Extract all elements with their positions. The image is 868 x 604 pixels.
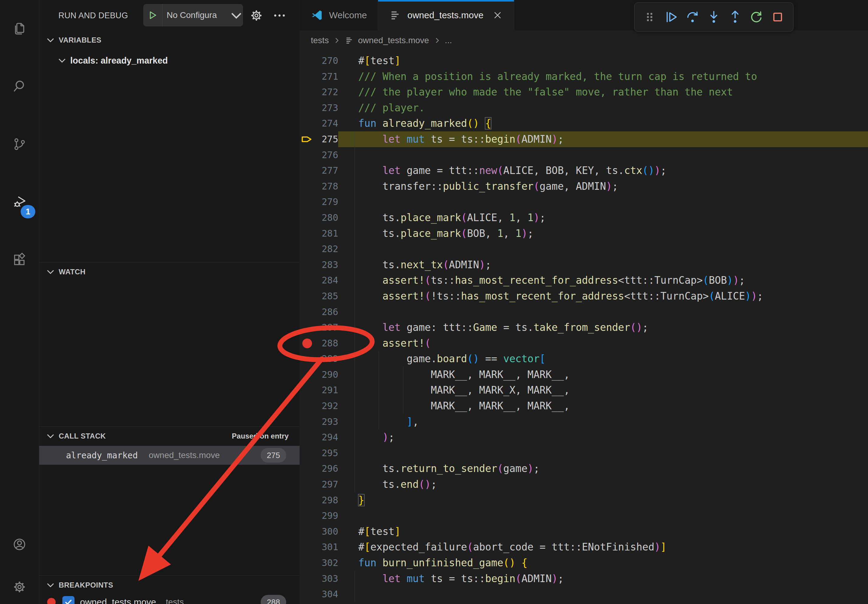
search-icon[interactable] — [12, 79, 27, 94]
breakpoint-gutter[interactable] — [300, 69, 314, 85]
code-line[interactable]: 272/// the player who made the "false" m… — [300, 84, 868, 100]
breakpoint-gutter[interactable] — [300, 163, 314, 178]
line-number[interactable]: 295 — [314, 445, 338, 461]
breakpoint-gutter[interactable] — [300, 429, 314, 445]
line-number[interactable]: 272 — [314, 84, 338, 100]
breakpoint-gutter[interactable] — [300, 586, 314, 602]
extensions-icon[interactable] — [12, 252, 27, 267]
breakpoint-gutter[interactable] — [300, 508, 314, 524]
explorer-icon[interactable] — [12, 21, 27, 36]
breakpoint-gutter[interactable] — [300, 398, 314, 414]
code-line[interactable]: 273/// player. — [300, 100, 868, 116]
line-number[interactable]: 293 — [314, 414, 338, 430]
breakpoint-gutter[interactable] — [300, 100, 314, 116]
breakpoint-gutter[interactable] — [300, 84, 314, 100]
locals-tree-item[interactable]: locals: already_marked — [39, 52, 299, 69]
code-line[interactable]: 283 ts.next_tx(ADMIN); — [300, 257, 868, 273]
code-line[interactable]: 294 ); — [300, 429, 868, 445]
code-line[interactable]: 274fun already_marked() { — [300, 116, 868, 132]
code-line[interactable]: 289 game.board() == vector[ — [300, 351, 868, 367]
line-number[interactable]: 270 — [314, 53, 338, 69]
code-line[interactable]: 290 MARK__, MARK__, MARK__, — [300, 367, 868, 383]
breakpoint-gutter[interactable] — [300, 53, 314, 69]
breakpoint-gutter[interactable] — [300, 132, 314, 147]
breakpoint-gutter[interactable] — [300, 477, 314, 492]
code-line[interactable]: 303 let mut ts = ts::begin(ADMIN); — [300, 571, 868, 587]
close-icon[interactable] — [492, 10, 503, 21]
code-line[interactable]: 293 ], — [300, 414, 868, 430]
breakpoint-gutter[interactable] — [300, 555, 314, 571]
breakpoint-gutter[interactable] — [300, 382, 314, 398]
code-line[interactable]: 300#[test] — [300, 524, 868, 539]
start-debugging-icon[interactable] — [143, 4, 163, 26]
account-icon[interactable] — [12, 537, 27, 552]
code-line[interactable]: 276 — [300, 147, 868, 163]
code-line[interactable]: 301#[expected_failure(abort_code = ttt::… — [300, 539, 868, 555]
line-number[interactable]: 281 — [314, 226, 338, 242]
code-line[interactable]: 284 assert!(ts::has_most_recent_for_addr… — [300, 273, 868, 288]
line-number[interactable]: 276 — [314, 147, 338, 163]
code-line[interactable]: 282 — [300, 241, 868, 257]
code-area[interactable]: 270#[test]271/// When a position is alre… — [300, 51, 868, 604]
code-line[interactable]: 281 ts.place_mark(BOB, 1, 1); — [300, 226, 868, 242]
breakpoint-gutter[interactable] — [300, 571, 314, 587]
line-number[interactable]: 302 — [314, 555, 338, 571]
code-line[interactable]: 287 let game: ttt::Game = ts.take_from_s… — [300, 320, 868, 336]
breakpoint-checkbox[interactable] — [62, 596, 74, 604]
continue-button[interactable] — [664, 10, 678, 24]
line-number[interactable]: 303 — [314, 571, 338, 587]
breakpoint-gutter[interactable] — [300, 288, 314, 304]
breadcrumb-item-file[interactable]: owned_tests.move — [358, 36, 429, 45]
section-breakpoints[interactable]: BREAKPOINTS — [39, 577, 299, 594]
code-line[interactable]: 275 let mut ts = ts::begin(ADMIN); — [300, 132, 868, 147]
code-line[interactable]: 285 assert!(!ts::has_most_recent_for_add… — [300, 288, 868, 304]
line-number[interactable]: 294 — [314, 429, 338, 445]
breakpoint-gutter[interactable] — [300, 116, 314, 132]
breakpoint-gutter[interactable] — [300, 194, 314, 210]
breakpoint-gutter-dot[interactable] — [300, 336, 314, 351]
breakpoint-gutter[interactable] — [300, 241, 314, 257]
line-number[interactable]: 279 — [314, 194, 338, 210]
line-number[interactable]: 300 — [314, 524, 338, 539]
line-number[interactable]: 301 — [314, 539, 338, 555]
code-line[interactable]: 277 let game = ttt::new(ALICE, BOB, KEY,… — [300, 163, 868, 178]
code-line[interactable]: 288 assert!( — [300, 336, 868, 351]
stop-button[interactable] — [771, 10, 785, 24]
breakpoint-gutter[interactable] — [300, 461, 314, 477]
breadcrumb-item-tests[interactable]: tests — [311, 36, 329, 45]
line-number[interactable]: 299 — [314, 508, 338, 524]
launch-settings-gear-icon[interactable] — [249, 8, 264, 23]
line-number[interactable]: 283 — [314, 257, 338, 273]
code-line[interactable]: 279 — [300, 194, 868, 210]
debug-config-dropdown[interactable]: No Configura — [143, 4, 243, 26]
code-line[interactable]: 296 ts.return_to_sender(game); — [300, 461, 868, 477]
code-line[interactable]: 286 — [300, 304, 868, 320]
code-line[interactable]: 292 MARK__, MARK__, MARK__, — [300, 398, 868, 414]
settings-gear-icon[interactable] — [12, 580, 27, 594]
code-line[interactable]: 304 — [300, 586, 868, 602]
breakpoint-gutter[interactable] — [300, 492, 314, 508]
step-over-button[interactable] — [685, 10, 699, 24]
line-number[interactable]: 304 — [314, 586, 338, 602]
more-actions-icon[interactable] — [272, 8, 287, 23]
line-number[interactable]: 273 — [314, 100, 338, 116]
breakpoint-gutter[interactable] — [300, 147, 314, 163]
breakpoint-gutter[interactable] — [300, 524, 314, 539]
line-number[interactable]: 290 — [314, 367, 338, 383]
breakpoint-gutter[interactable] — [300, 273, 314, 288]
section-call-stack[interactable]: CALL STACK Paused on entry — [39, 427, 299, 444]
code-line[interactable]: 271/// When a position is already marked… — [300, 69, 868, 85]
line-number[interactable]: 286 — [314, 304, 338, 320]
breakpoint-row[interactable]: owned_tests.move tests 288 — [39, 593, 299, 604]
breakpoint-gutter[interactable] — [300, 210, 314, 226]
code-line[interactable]: 298} — [300, 492, 868, 508]
code-line[interactable]: 280 ts.place_mark(ALICE, 1, 1); — [300, 210, 868, 226]
line-number[interactable]: 288 — [314, 336, 338, 351]
line-number[interactable]: 284 — [314, 273, 338, 288]
breadcrumb-item-symbol[interactable]: ... — [445, 36, 452, 45]
line-number[interactable]: 298 — [314, 492, 338, 508]
run-and-debug-icon[interactable]: 1 — [12, 195, 27, 209]
line-number[interactable]: 274 — [314, 116, 338, 132]
line-number[interactable]: 277 — [314, 163, 338, 178]
line-number[interactable]: 291 — [314, 382, 338, 398]
